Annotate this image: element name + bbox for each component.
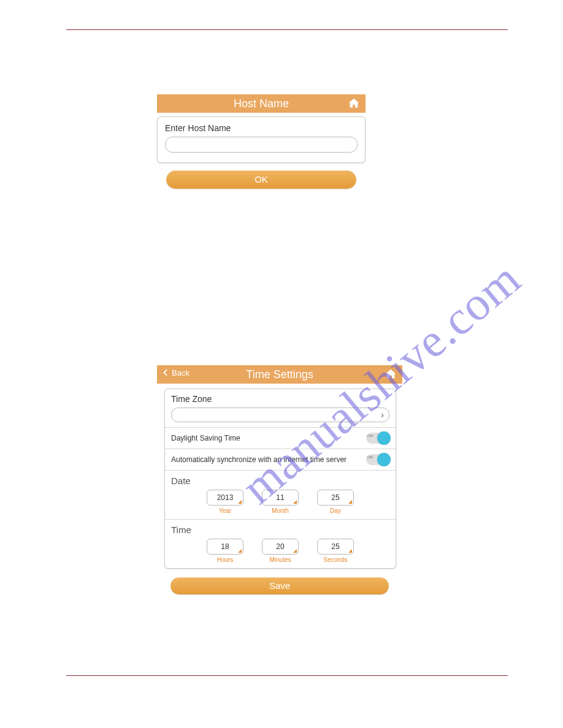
dst-section: Daylight Saving Time ON	[165, 428, 396, 449]
host-name-title: Host Name	[234, 97, 289, 110]
day-value: 25	[331, 493, 339, 502]
seconds-value: 25	[331, 542, 339, 551]
hours-value: 18	[221, 542, 229, 551]
host-name-card: Enter Host Name	[157, 116, 366, 163]
corner-icon	[348, 549, 352, 553]
corner-icon	[293, 549, 297, 553]
hours-caption: Hours	[207, 556, 243, 563]
dst-label: Daylight Saving Time	[171, 434, 240, 442]
day-stepper[interactable]: 25	[317, 490, 354, 506]
minutes-caption: Minutes	[262, 556, 299, 563]
year-stepper[interactable]: 2013	[207, 490, 243, 506]
minutes-value: 20	[276, 542, 284, 551]
host-name-titlebar: Host Name	[157, 94, 366, 113]
minutes-item: 20 Minutes	[262, 539, 299, 563]
corner-icon	[348, 500, 352, 504]
time-picker-row: 18 Hours 20 Minutes 25 Seconds	[171, 539, 389, 563]
chevron-right-icon: ›	[381, 410, 384, 420]
toggle-on-text: ON	[367, 434, 373, 438]
time-section: Time 18 Hours 20 Minutes 25 Seconds	[165, 520, 396, 568]
corner-icon	[293, 500, 297, 504]
corner-icon	[238, 549, 242, 553]
document-page: manualshive.com Host Name Enter Host Nam…	[0, 0, 563, 728]
minutes-stepper[interactable]: 20	[262, 539, 299, 555]
date-picker-row: 2013 Year 11 Month 25 Day	[171, 490, 389, 514]
host-name-input[interactable]	[165, 137, 358, 153]
timezone-select[interactable]: ›	[171, 408, 389, 422]
month-stepper[interactable]: 11	[262, 490, 299, 506]
time-label: Time	[171, 525, 389, 535]
timezone-section: Time Zone ›	[165, 389, 396, 428]
corner-icon	[238, 500, 242, 504]
enter-host-name-label: Enter Host Name	[165, 123, 358, 133]
seconds-stepper[interactable]: 25	[317, 539, 354, 555]
autosync-section: Automatically synchronize with an intern…	[165, 449, 396, 471]
dst-toggle[interactable]: ON	[366, 433, 389, 444]
month-item: 11 Month	[262, 490, 299, 514]
timezone-label: Time Zone	[171, 394, 389, 404]
day-item: 25 Day	[317, 490, 354, 514]
autosync-label: Automatically synchronize with an intern…	[171, 455, 347, 464]
month-value: 11	[276, 493, 284, 502]
home-icon[interactable]	[384, 368, 397, 381]
home-icon[interactable]	[347, 97, 361, 110]
toggle-knob	[377, 453, 391, 466]
hours-stepper[interactable]: 18	[207, 539, 243, 555]
header-rule	[66, 29, 508, 30]
time-settings-titlebar: Back Time Settings	[157, 365, 402, 384]
host-name-panel: Host Name Enter Host Name OK	[157, 94, 366, 189]
time-settings-card: Time Zone › Daylight Saving Time ON Auto…	[164, 389, 396, 569]
autosync-toggle[interactable]: ON	[366, 454, 389, 465]
year-value: 2013	[217, 493, 234, 502]
toggle-on-text: ON	[367, 455, 373, 459]
date-section: Date 2013 Year 11 Month 25 Day	[165, 471, 396, 520]
hours-item: 18 Hours	[207, 539, 243, 563]
day-caption: Day	[317, 507, 354, 514]
footer-rule	[66, 675, 508, 676]
month-caption: Month	[262, 507, 299, 514]
seconds-item: 25 Seconds	[317, 539, 354, 563]
time-settings-title: Time Settings	[157, 365, 402, 384]
time-settings-panel: Back Time Settings Time Zone › Daylight …	[157, 365, 402, 594]
year-item: 2013 Year	[207, 490, 243, 514]
toggle-knob	[377, 431, 391, 445]
seconds-caption: Seconds	[317, 556, 354, 563]
ok-button[interactable]: OK	[166, 170, 356, 189]
date-label: Date	[171, 476, 389, 486]
year-caption: Year	[207, 507, 243, 514]
save-button[interactable]: Save	[170, 577, 389, 594]
